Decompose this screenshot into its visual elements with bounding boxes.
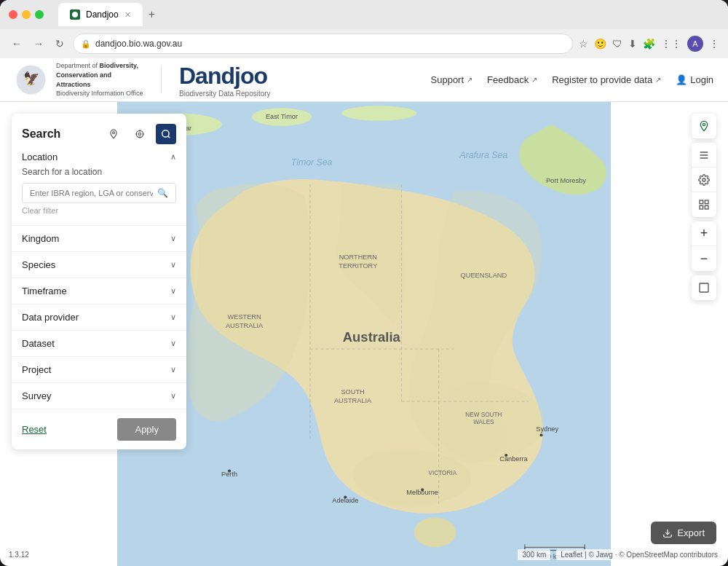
address-bar[interactable]: 🔒 dandjoo.bio.wa.gov.au [73, 34, 573, 54]
clear-filter-button[interactable]: Clear filter [22, 203, 176, 218]
map-attribution: 1.3.12 300 km Leaflet | © Jawg · © OpenS… [0, 549, 728, 560]
app-content: 🦅 Department of Biodiversity, Conservati… [0, 58, 728, 566]
export-label: Export [677, 527, 705, 538]
map-list-button[interactable] [692, 143, 716, 168]
search-panel-header: Search [12, 114, 186, 152]
svg-point-43 [113, 132, 115, 134]
map-settings-button[interactable] [692, 168, 716, 192]
svg-point-12 [414, 517, 456, 547]
species-filter-row[interactable]: Species ∨ [12, 251, 186, 278]
timeframe-filter-row[interactable]: Timeframe ∨ [12, 278, 186, 304]
svg-text:Australia: Australia [343, 329, 401, 345]
refresh-button[interactable]: ↻ [52, 35, 67, 52]
grid-menu-icon[interactable]: ⋮⋮ [661, 38, 681, 50]
search-tool-button[interactable] [156, 124, 176, 144]
dataprovider-chevron-icon: ∨ [170, 313, 176, 322]
app-header: 🦅 Department of Biodiversity, Conservati… [0, 58, 728, 102]
profile-avatar[interactable]: A [687, 36, 703, 52]
dataset-filter-row[interactable]: Dataset ∨ [12, 330, 186, 356]
lock-icon: 🔒 [81, 39, 91, 49]
zoom-in-button[interactable]: + [692, 221, 716, 246]
svg-rect-59 [705, 205, 708, 209]
svg-point-31 [421, 488, 424, 491]
kingdom-filter-label: Kingdom [22, 233, 59, 244]
scale-bar: 300 km [518, 549, 550, 560]
location-sublabel: Search for a location [22, 167, 176, 177]
survey-filter-label: Survey [22, 390, 51, 401]
svg-point-45 [138, 133, 141, 135]
timeframe-filter-label: Timeframe [22, 286, 67, 296]
shield-icon[interactable]: 🛡 [612, 38, 622, 50]
search-title: Search [22, 127, 60, 141]
gov-text: Department of Biodiversity, Conservation… [56, 61, 143, 98]
support-link[interactable]: Support ↗ [431, 74, 473, 85]
location-section-header[interactable]: Location ∧ [22, 152, 176, 167]
version-badge: 1.3.12 [6, 549, 32, 560]
feedback-link[interactable]: Feedback ↗ [487, 74, 537, 85]
svg-text:WALES: WALES [473, 419, 494, 425]
external-icon: ↗ [467, 76, 472, 84]
svg-point-5 [341, 106, 416, 121]
new-tab-button[interactable]: + [143, 5, 161, 24]
forward-button[interactable]: → [31, 35, 47, 52]
dataset-chevron-icon: ∨ [170, 339, 176, 348]
more-options-icon[interactable]: ⋮ [709, 38, 719, 50]
reset-button[interactable]: Reset [22, 424, 47, 435]
map-container[interactable]: Australia WESTERN AUSTRALIA NORTHERN TER… [0, 102, 728, 566]
dataprovider-filter-row[interactable]: Data provider ∨ [12, 304, 186, 330]
tab-close-icon[interactable]: ✕ [124, 10, 131, 20]
map-extra-group [692, 275, 716, 300]
svg-text:Sydney: Sydney [536, 425, 558, 433]
svg-point-35 [505, 454, 507, 457]
browser-window: Dandjoo ✕ + ← → ↻ 🔒 dandjoo.bio.wa.gov.a… [0, 0, 728, 566]
target-tool-button[interactable] [130, 124, 150, 144]
download-icon[interactable]: ⬇ [628, 38, 637, 50]
dataprovider-filter-label: Data provider [22, 312, 79, 323]
map-extra-button[interactable] [692, 275, 716, 300]
user-icon: 👤 [676, 74, 687, 85]
search-tools [103, 124, 176, 144]
maximize-button[interactable] [35, 10, 44, 19]
kingdom-filter-row[interactable]: Kingdom ∨ [12, 225, 186, 251]
map-grid-button[interactable] [692, 192, 716, 217]
apply-button[interactable]: Apply [117, 418, 176, 441]
puzzle-icon[interactable]: 🧩 [643, 38, 655, 50]
register-link[interactable]: Register to provide data ↗ [552, 74, 661, 85]
export-button[interactable]: Export [651, 522, 716, 544]
pin-tool-button[interactable] [103, 124, 124, 144]
map-locate-button[interactable] [692, 114, 716, 138]
back-button[interactable]: ← [9, 35, 25, 52]
login-button[interactable]: 👤 Login [676, 74, 713, 85]
location-search-input[interactable] [30, 189, 153, 197]
svg-point-51 [703, 123, 705, 125]
browser-toolbar: ← → ↻ 🔒 dandjoo.bio.wa.gov.au ☆ 🙂 🛡 ⬇ 🧩 … [0, 29, 728, 58]
map-location-group [692, 114, 716, 138]
brand-subtitle: Biodiversity Data Repository [179, 90, 271, 98]
svg-text:Canberra: Canberra [499, 455, 528, 463]
survey-filter-row[interactable]: Survey ∨ [12, 382, 186, 409]
minimize-button[interactable] [22, 10, 31, 19]
location-section: Location ∧ Search for a location 🔍 Clear… [12, 152, 186, 225]
traffic-lights [9, 10, 44, 19]
svg-text:SOUTH: SOUTH [341, 388, 364, 396]
project-filter-row[interactable]: Project ∨ [12, 356, 186, 382]
svg-text:Timor Sea: Timor Sea [291, 157, 333, 168]
svg-point-50 [162, 130, 169, 137]
external-icon-3: ↗ [655, 76, 661, 84]
search-panel-footer: Reset Apply [12, 409, 186, 449]
close-button[interactable] [9, 10, 17, 19]
location-section-title: Location [22, 152, 58, 162]
species-filter-label: Species [22, 259, 55, 270]
smiley-icon[interactable]: 🙂 [594, 38, 606, 50]
location-search-box[interactable]: 🔍 [22, 183, 176, 203]
tab-favicon [70, 9, 80, 20]
gov-logo: 🦅 [15, 63, 47, 96]
browser-tab[interactable]: Dandjoo ✕ [58, 3, 143, 26]
svg-text:Port Moresby: Port Moresby [546, 177, 586, 184]
star-icon[interactable]: ☆ [579, 38, 588, 50]
svg-rect-57 [705, 200, 708, 204]
attribution-text: Leaflet | © Jawg · © OpenStreetMap contr… [556, 549, 722, 560]
toolbar-icons: ☆ 🙂 🛡 ⬇ 🧩 ⋮⋮ A ⋮ [579, 36, 719, 52]
map-zoom-group: + − [692, 221, 716, 271]
zoom-out-button[interactable]: − [692, 246, 716, 271]
